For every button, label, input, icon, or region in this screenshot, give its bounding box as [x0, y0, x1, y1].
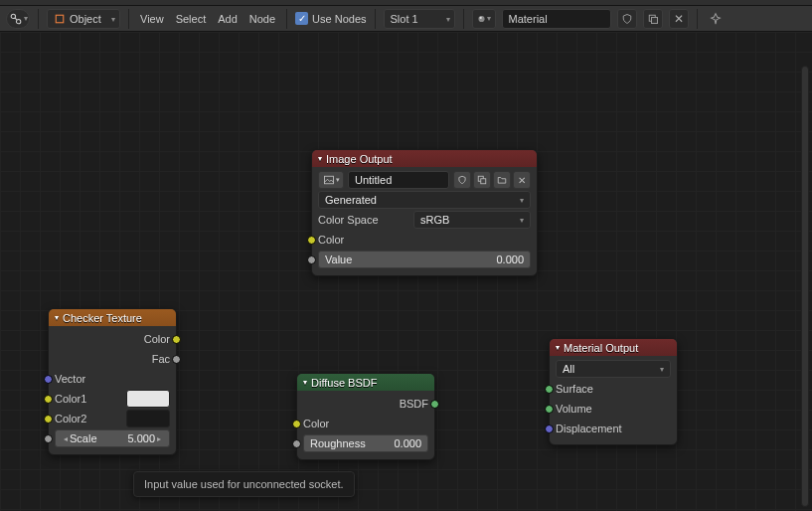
socket-input-displacement: Displacement	[556, 419, 671, 438]
material-name-input[interactable]	[502, 9, 611, 29]
chevron-down-icon: ▾	[24, 14, 28, 23]
new-image-button[interactable]	[473, 171, 491, 189]
socket-dot[interactable]	[430, 400, 439, 409]
socket-dot[interactable]	[44, 395, 53, 404]
chevron-down-icon: ▾	[520, 216, 524, 225]
object-icon	[54, 13, 66, 25]
image-browse-button[interactable]: ▾	[318, 171, 344, 189]
svg-rect-9	[481, 179, 486, 184]
color2-swatch[interactable]	[126, 410, 170, 427]
value-row: Value 0.000	[318, 250, 531, 269]
node-header[interactable]: ▾ Image Output	[312, 150, 537, 167]
svg-rect-6	[651, 17, 657, 23]
vertical-scrollbar[interactable]	[800, 66, 810, 507]
node-title: Image Output	[326, 153, 393, 165]
socket-output-color: Color	[55, 329, 170, 349]
checkmark-icon: ✓	[295, 12, 308, 25]
node-editor-toolbar: ▾ Object ▾ View Select Add Node ✓ Use No…	[0, 6, 812, 32]
socket-dot[interactable]	[44, 375, 53, 384]
socket-dot[interactable]	[292, 439, 301, 448]
socket-input-vector: Vector	[55, 369, 170, 389]
socket-dot[interactable]	[307, 256, 316, 264]
chevron-down-icon: ▾	[336, 176, 340, 184]
target-row: All ▾	[556, 359, 671, 379]
node-header[interactable]: ▾ Checker Texture	[49, 309, 176, 326]
scale-field-row: ◂ Scale 5.000 ▸	[55, 428, 170, 448]
tooltip: Input value used for unconnected socket.	[133, 471, 355, 497]
scale-input[interactable]: ◂ Scale 5.000 ▸	[55, 429, 170, 447]
socket-dot[interactable]	[44, 434, 53, 443]
node-canvas[interactable]: ▾ Checker Texture Color Fac Vector Color…	[0, 32, 812, 511]
socket-dot[interactable]	[172, 355, 181, 364]
socket-dot[interactable]	[307, 236, 316, 245]
separator	[38, 9, 39, 29]
color1-swatch[interactable]	[126, 390, 170, 408]
menu-node[interactable]: Node	[246, 13, 278, 25]
collapse-triangle-icon: ▾	[556, 343, 560, 352]
colorspace-row: Color Space sRGB ▾	[318, 210, 531, 230]
socket-output-fac: Fac	[55, 349, 170, 369]
separator	[463, 9, 464, 29]
node-checker-texture[interactable]: ▾ Checker Texture Color Fac Vector Color…	[48, 308, 177, 455]
socket-input-volume: Volume	[556, 399, 671, 419]
mode-selector[interactable]: Object ▾	[47, 9, 120, 29]
slot-selector[interactable]: Slot 1 ▾	[384, 9, 455, 29]
node-image-output[interactable]: ▾ Image Output ▾ Untitled ✕ Generate	[311, 149, 538, 276]
shield-icon	[457, 175, 467, 185]
new-material-button[interactable]	[643, 9, 663, 29]
socket-input-color2: Color2	[55, 409, 170, 428]
close-icon: ✕	[674, 12, 684, 26]
editor-type-button[interactable]: ▾	[6, 9, 30, 29]
unlink-material-button[interactable]: ✕	[669, 9, 689, 29]
folder-icon	[497, 175, 507, 185]
menu-select[interactable]: Select	[173, 13, 210, 25]
unlink-image-button[interactable]: ✕	[513, 171, 531, 189]
pin-button[interactable]	[706, 9, 726, 29]
duplicate-icon	[647, 13, 659, 25]
use-nodes-checkbox[interactable]: ✓ Use Nodes	[295, 12, 366, 25]
socket-dot[interactable]	[545, 385, 554, 394]
roughness-row: Roughness 0.000	[303, 433, 428, 453]
collapse-triangle-icon: ▾	[303, 378, 307, 387]
node-links	[0, 32, 298, 181]
image-name-input[interactable]: Untitled	[348, 171, 449, 189]
menu-add[interactable]: Add	[215, 13, 241, 25]
node-title: Diffuse BSDF	[311, 377, 377, 389]
socket-dot[interactable]	[44, 415, 53, 424]
chevron-down-icon: ▾	[111, 15, 115, 24]
fake-user-button[interactable]	[453, 171, 471, 189]
scrollbar-thumb[interactable]	[801, 66, 809, 507]
value-input[interactable]: Value 0.000	[318, 251, 531, 268]
target-select[interactable]: All ▾	[556, 360, 671, 378]
increment-arrow-icon[interactable]: ▸	[155, 434, 163, 443]
socket-dot[interactable]	[545, 425, 554, 433]
svg-point-3	[478, 15, 484, 21]
open-image-button[interactable]	[493, 171, 511, 189]
image-icon	[323, 174, 335, 186]
node-header[interactable]: ▾ Diffuse BSDF	[297, 374, 434, 391]
image-browse-row: ▾ Untitled ✕	[318, 170, 531, 190]
socket-dot[interactable]	[545, 405, 554, 414]
socket-output-bsdf: BSDF	[303, 394, 428, 414]
svg-rect-7	[324, 176, 333, 184]
socket-input-color: Color	[303, 414, 428, 433]
image-source-select[interactable]: Generated ▾	[318, 191, 531, 209]
roughness-input[interactable]: Roughness 0.000	[303, 434, 428, 452]
socket-dot[interactable]	[172, 335, 181, 344]
decrement-arrow-icon[interactable]: ◂	[62, 434, 70, 443]
menu-view[interactable]: View	[137, 13, 167, 25]
fake-user-button[interactable]	[617, 9, 637, 29]
svg-rect-2	[56, 15, 64, 23]
colorspace-select[interactable]: sRGB ▾	[413, 211, 531, 229]
node-header[interactable]: ▾ Material Output	[550, 339, 677, 356]
material-browse-button[interactable]: ▾	[472, 9, 496, 29]
separator	[375, 9, 376, 29]
socket-input-surface: Surface	[556, 379, 671, 399]
node-diffuse-bsdf[interactable]: ▾ Diffuse BSDF BSDF Color Roughness 0.00…	[296, 373, 435, 460]
socket-dot[interactable]	[292, 420, 301, 428]
node-material-output[interactable]: ▾ Material Output All ▾ Surface Volume D…	[549, 338, 678, 445]
socket-input-color1: Color1	[55, 389, 170, 409]
material-sphere-icon	[477, 12, 486, 26]
chevron-down-icon: ▾	[446, 15, 450, 24]
node-title: Material Output	[564, 342, 638, 354]
